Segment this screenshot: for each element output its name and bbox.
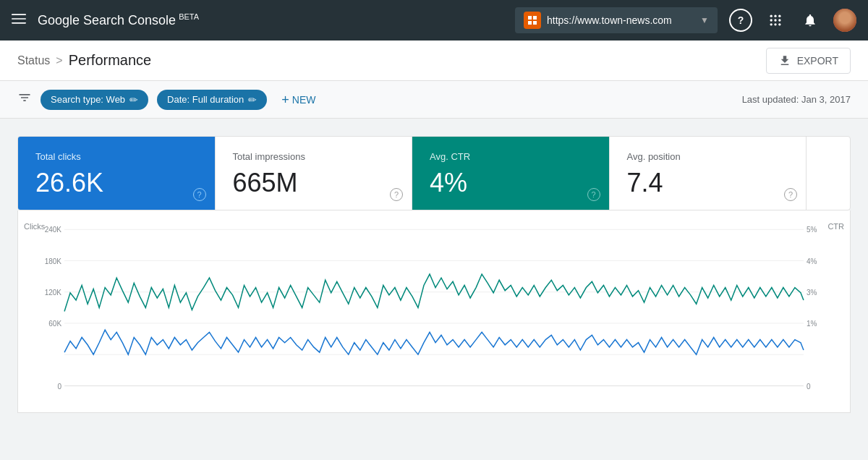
avatar-image [833,9,856,32]
svg-rect-5 [528,21,532,25]
breadcrumb-separator: > [56,54,62,67]
clicks-line [64,330,804,354]
metric-avg-ctr[interactable]: Avg. CTR 4% ? [412,137,610,210]
metric-impressions-value: 665M [233,168,395,198]
svg-point-15 [778,23,780,25]
date-edit-icon: ✏ [248,94,257,106]
svg-text:180K: 180K [45,257,62,265]
svg-text:0: 0 [807,382,811,390]
svg-point-12 [778,19,780,21]
metric-total-impressions[interactable]: Total impressions 665M ? [216,137,413,210]
metric-impressions-label: Total impressions [233,151,395,162]
header: Google Search ConsoleBETA https://www.to… [0,0,868,41]
svg-text:120K: 120K [45,289,62,297]
breadcrumb-status[interactable]: Status [17,54,50,67]
svg-text:4%: 4% [807,257,817,265]
breadcrumb-bar: Status > Performance EXPORT [0,41,868,81]
new-filter-button[interactable]: + NEW [276,89,321,111]
apps-icon[interactable] [764,9,787,32]
svg-point-7 [770,15,773,17]
chart-y-label-clicks: Clicks [24,222,45,231]
svg-point-13 [770,23,773,25]
date-filter[interactable]: Date: Full duration ✏ [157,90,267,110]
last-updated-label: Last updated: Jan 3, 2017 [742,94,851,105]
svg-point-10 [770,19,773,21]
metrics-container: Total clicks 26.6K ? Total impressions 6… [17,136,851,210]
svg-point-9 [778,15,780,17]
metric-ctr-label: Avg. CTR [430,151,592,162]
notifications-icon[interactable] [799,9,822,32]
metric-ctr-help[interactable]: ? [587,188,600,201]
svg-point-11 [774,19,776,21]
metric-position-value: 7.4 [627,168,789,198]
url-dropdown-icon[interactable]: ▼ [700,15,709,25]
svg-point-14 [774,23,776,25]
svg-text:240K: 240K [45,226,62,234]
metric-clicks-help[interactable]: ? [193,188,206,201]
site-url: https://www.town-news.com [547,14,694,26]
svg-point-8 [774,15,776,17]
svg-text:1%: 1% [807,320,817,328]
export-button[interactable]: EXPORT [766,48,851,74]
search-type-filter[interactable]: Search type: Web ✏ [41,90,148,110]
svg-text:5%: 5% [807,226,817,234]
metric-impressions-help[interactable]: ? [390,188,403,201]
svg-rect-1 [12,18,26,20]
menu-icon[interactable] [12,12,26,30]
ctr-line [64,274,804,311]
metric-clicks-value: 26.6K [35,168,197,198]
svg-text:60K: 60K [48,320,61,328]
svg-rect-4 [533,16,537,20]
plus-icon: + [281,93,289,106]
help-icon[interactable]: ? [729,9,752,32]
metric-avg-position[interactable]: Avg. position 7.4 ? [610,137,807,210]
user-avatar[interactable] [833,9,856,32]
metric-clicks-label: Total clicks [35,151,197,162]
svg-rect-6 [533,21,537,25]
app-logo: Google Search ConsoleBETA [38,12,503,28]
svg-rect-2 [12,22,26,24]
filter-bar: Search type: Web ✏ Date: Full duration ✏… [0,81,868,119]
svg-text:3%: 3% [807,289,817,297]
header-icons: ? [729,9,856,32]
metric-total-clicks[interactable]: Total clicks 26.6K ? [18,137,216,210]
metric-empty [807,137,850,210]
svg-text:0: 0 [58,382,62,390]
metric-position-help[interactable]: ? [784,188,797,201]
search-type-edit-icon: ✏ [129,94,138,106]
main-content: Total clicks 26.6K ? Total impressions 6… [0,119,868,430]
chart-svg: 240K 180K 120K 60K 0 5% 4% 3% 1% 0 [35,222,833,401]
metric-ctr-value: 4% [430,168,592,198]
chart-container: Clicks CTR 240K 180K 120K 60K 0 5% 4% 3%… [17,210,851,413]
page-title: Performance [69,52,152,69]
filter-icon[interactable] [17,90,32,108]
svg-rect-3 [528,16,532,20]
chart-y-label-ctr: CTR [827,222,844,231]
metric-position-label: Avg. position [627,151,789,162]
svg-rect-0 [12,14,26,15]
url-bar[interactable]: https://www.town-news.com ▼ [515,7,718,33]
site-favicon [524,12,541,29]
